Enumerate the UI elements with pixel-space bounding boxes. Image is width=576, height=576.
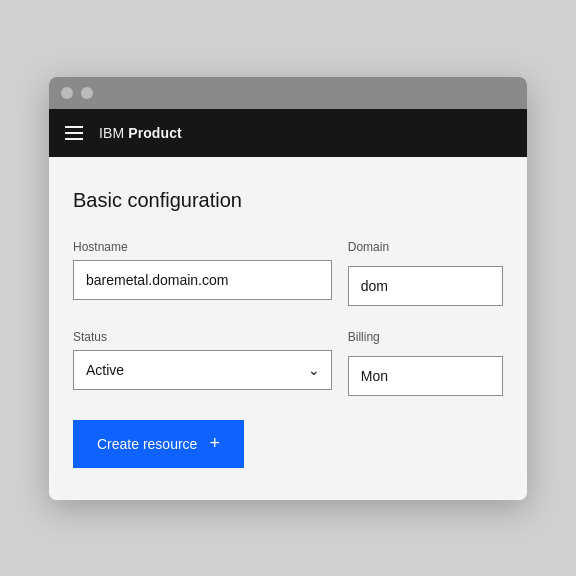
browser-window: IBM Product Basic configuration Hostname… [49,77,527,500]
form-row-1: Hostname Domain [73,240,503,306]
main-content: Basic configuration Hostname Domain Stat… [49,157,527,500]
status-label: Status [73,330,332,344]
hostname-input[interactable] [73,260,332,300]
window-titlebar [49,77,527,109]
app-name-bold: Product [128,125,182,141]
create-resource-label: Create resource [97,436,197,452]
window-close-btn[interactable] [61,87,73,99]
hostname-label: Hostname [73,240,332,254]
window-minimize-btn[interactable] [81,87,93,99]
app-name-normal: IBM [99,125,128,141]
billing-field-group: Billing [348,330,503,396]
domain-label: Domain [348,240,503,254]
form-row-2: Status Active Inactive Pending ⌄ Billing [73,330,503,396]
domain-input[interactable] [348,266,503,306]
plus-icon: + [209,433,220,454]
domain-field-group: Domain [348,240,503,306]
billing-label: Billing [348,330,503,344]
app-name: IBM Product [99,125,182,141]
billing-input[interactable] [348,356,503,396]
page-title: Basic configuration [73,189,503,212]
status-select-wrapper: Active Inactive Pending ⌄ [73,350,332,390]
create-resource-button[interactable]: Create resource + [73,420,244,468]
hostname-field-group: Hostname [73,240,332,306]
status-select[interactable]: Active Inactive Pending [73,350,332,390]
hamburger-menu-icon[interactable] [65,126,83,140]
topbar: IBM Product [49,109,527,157]
status-field-group: Status Active Inactive Pending ⌄ [73,330,332,396]
